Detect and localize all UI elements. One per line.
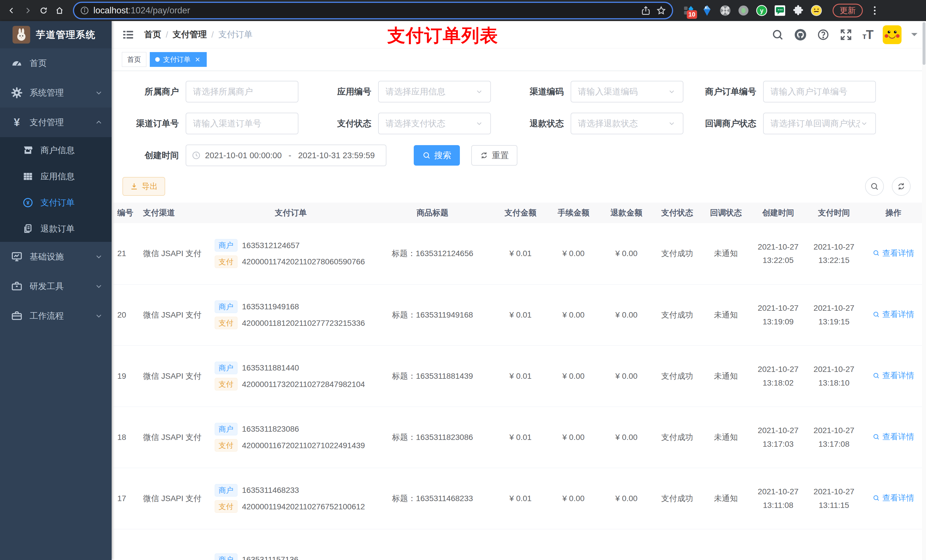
filter-create-time-range[interactable]: 2021-10-01 00:00:00-2021-10-31 23:59:59 bbox=[186, 145, 386, 166]
merchant-tag: 商户 bbox=[215, 239, 238, 252]
merchant-tag: 商户 bbox=[215, 423, 238, 435]
sidebar-item-dev-tools[interactable]: 研发工具 bbox=[0, 272, 112, 301]
sidebar-item-home[interactable]: 首页 bbox=[0, 48, 112, 78]
chat-icon[interactable] bbox=[774, 5, 786, 17]
sidebar-item-workflow[interactable]: 工作流程 bbox=[0, 301, 112, 331]
sidebar-item-infra[interactable]: 基础设施 bbox=[0, 242, 112, 272]
sidebar-item-refund-order[interactable]: 退款订单 bbox=[0, 216, 112, 242]
app-title: 芋道管理系统 bbox=[36, 29, 96, 41]
fullscreen-icon[interactable] bbox=[840, 28, 853, 41]
view-detail-link[interactable]: 查看详情 bbox=[873, 369, 914, 382]
page-content: 所属商户请选择所属商户应用编号请选择应用信息渠道编码请输入渠道编码商户订单编号请… bbox=[112, 71, 926, 560]
breadcrumb-item[interactable]: 支付管理 bbox=[172, 29, 207, 41]
command-icon[interactable] bbox=[719, 5, 731, 17]
column-header-6: 退款金额 bbox=[600, 202, 653, 223]
cell-id bbox=[113, 529, 139, 560]
pay-order-no: 4200001167202110271022491439 bbox=[242, 439, 365, 453]
url-path: :1024/pay/order bbox=[128, 5, 190, 15]
grid-icon bbox=[22, 171, 33, 182]
back-icon[interactable] bbox=[5, 4, 18, 17]
filter-notify-status-select[interactable]: 请选择订单回调商户状态 bbox=[763, 113, 876, 134]
reset-button[interactable]: 重置 bbox=[471, 145, 517, 166]
bookmark-star-icon[interactable] bbox=[656, 5, 666, 16]
cell-fee: ¥ 0.00 bbox=[547, 407, 600, 468]
puzzle-icon[interactable] bbox=[792, 5, 804, 17]
gem-icon[interactable] bbox=[701, 5, 713, 17]
export-button[interactable]: 导出 bbox=[123, 177, 165, 196]
emoji-avatar-icon[interactable] bbox=[810, 5, 822, 17]
avatar-caret-icon[interactable] bbox=[911, 33, 917, 39]
view-detail-label: 查看详情 bbox=[882, 246, 914, 260]
document-icon bbox=[22, 223, 33, 234]
filter-refund-status-select[interactable]: 请选择退款状态 bbox=[570, 113, 683, 134]
datetime-text: 2021-10-27 13:22:15 bbox=[811, 240, 857, 267]
cell-pay-order: 商户1635311949168支付42000011812021102777232… bbox=[211, 284, 371, 346]
filter-channel-order-no-input[interactable]: 请输入渠道订单号 bbox=[186, 113, 298, 134]
cell-refund bbox=[600, 529, 653, 560]
browser-menu-icon[interactable] bbox=[869, 5, 881, 16]
cell-created-time bbox=[750, 529, 806, 560]
filter-label: 创建时间 bbox=[122, 150, 179, 162]
search-button[interactable]: 搜索 bbox=[414, 145, 460, 166]
select-chevron bbox=[860, 119, 869, 128]
share-icon[interactable] bbox=[641, 5, 651, 16]
filter-group-refund-status: 退款状态请选择退款状态 bbox=[507, 113, 683, 134]
merchant-order-no: 1635311949168 bbox=[242, 300, 299, 314]
view-detail-link[interactable]: 查看详情 bbox=[873, 430, 914, 444]
app-logo[interactable]: 芋道管理系统 bbox=[0, 21, 112, 48]
record-icon[interactable] bbox=[737, 5, 749, 17]
close-icon[interactable] bbox=[194, 56, 201, 63]
merchant-order-line: 商户1635311823086 bbox=[215, 422, 369, 436]
site-info-icon[interactable] bbox=[80, 6, 89, 15]
forward-icon[interactable] bbox=[21, 4, 34, 17]
cell-id: 19 bbox=[113, 346, 139, 407]
filter-pay-status-select[interactable]: 请选择支付状态 bbox=[378, 113, 491, 134]
cell-notify: 未通知 bbox=[702, 468, 750, 529]
column-header-2: 支付订单 bbox=[211, 202, 371, 223]
url-host: localhost bbox=[94, 5, 128, 15]
sidebar-item-pay[interactable]: ¥支付管理 bbox=[0, 107, 112, 137]
column-header-5: 手续金额 bbox=[547, 202, 600, 223]
cell-amount: ¥ 0.01 bbox=[494, 346, 547, 407]
page-scrollbar[interactable] bbox=[922, 21, 926, 560]
font-size-icon[interactable]: тT bbox=[862, 27, 873, 42]
user-avatar[interactable] bbox=[883, 25, 902, 44]
cell-pay-order: 商户1635311468233支付42000011942021102767521… bbox=[211, 468, 371, 529]
breadcrumb-item[interactable]: 首页 bbox=[144, 29, 161, 41]
view-detail-link[interactable]: 查看详情 bbox=[873, 308, 914, 321]
refresh-button[interactable] bbox=[892, 177, 911, 196]
filter-group-merchant: 所属商户请选择所属商户 bbox=[122, 81, 298, 103]
filter-merchant-input[interactable]: 请选择所属商户 bbox=[186, 81, 298, 103]
github-icon[interactable] bbox=[794, 28, 807, 41]
reload-icon[interactable] bbox=[37, 4, 50, 17]
datetime-text: 2021-10-27 13:11:08 bbox=[755, 485, 801, 512]
topbar-actions: тT bbox=[771, 25, 917, 44]
tab-item-0[interactable]: 首页 bbox=[122, 52, 146, 67]
sidebar-item-merchant-info[interactable]: 商户信息 bbox=[0, 137, 112, 163]
y-circle-icon[interactable]: y bbox=[756, 5, 768, 17]
chevron-up-icon bbox=[95, 118, 103, 127]
sidebar-item-pay-order[interactable]: ¥支付订单 bbox=[0, 190, 112, 216]
sidebar-item-app-info[interactable]: 应用信息 bbox=[0, 163, 112, 190]
home-icon[interactable] bbox=[53, 4, 66, 17]
cell-channel: 微信 JSAPI 支付 bbox=[139, 407, 210, 468]
view-detail-link[interactable]: 查看详情 bbox=[873, 246, 914, 260]
extension-squares-icon[interactable]: 10 bbox=[683, 5, 695, 17]
tab-active-1[interactable]: 支付订单 bbox=[150, 52, 207, 67]
cell-created-time: 2021-10-27 13:18:02 bbox=[750, 346, 806, 407]
filter-app-no-select[interactable]: 请选择应用信息 bbox=[378, 81, 491, 103]
sidebar-item-system[interactable]: 系统管理 bbox=[0, 78, 112, 107]
search-icon[interactable] bbox=[771, 28, 784, 41]
help-icon[interactable] bbox=[817, 28, 830, 41]
update-button[interactable]: 更新 bbox=[832, 4, 863, 17]
column-header-0: 编号 bbox=[113, 202, 139, 223]
url-bar[interactable]: localhost:1024/pay/order bbox=[74, 3, 672, 18]
filter-channel-code-select[interactable]: 请输入渠道编码 bbox=[570, 81, 683, 103]
scrollbar-thumb[interactable] bbox=[923, 22, 925, 65]
toggle-search-button[interactable] bbox=[865, 177, 884, 196]
placeholder-text: 请选择支付状态 bbox=[386, 118, 475, 130]
view-detail-link[interactable]: 查看详情 bbox=[873, 491, 914, 505]
merchant-order-no: 1635311881440 bbox=[242, 361, 299, 375]
hamburger-icon[interactable] bbox=[122, 29, 135, 41]
filter-merchant-order-no-input[interactable]: 请输入商户订单编号 bbox=[763, 81, 876, 103]
